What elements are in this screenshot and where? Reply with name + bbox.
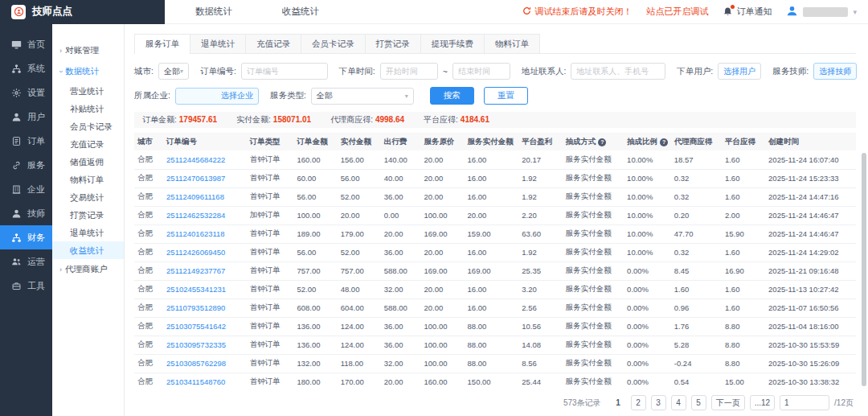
sidebar-item-system[interactable]: 系统 [0,56,52,80]
bell-icon[interactable] [723,6,733,17]
page-button-5[interactable]: 5 [691,395,706,410]
help-icon[interactable]: ? [660,138,668,146]
sidebar-item-home[interactable]: 首页 [0,32,52,56]
submenu-item[interactable]: 充值记录 [52,135,124,153]
vertical-scrollbar[interactable] [862,153,866,386]
user-menu[interactable]: ▾ [786,5,857,19]
page-button-3[interactable]: 3 [651,395,666,410]
order-number-link[interactable]: 25112409611168 [163,187,247,206]
reset-button[interactable]: 重置 [484,87,528,105]
table-cell: -0.24 [671,354,722,373]
chevron-right-icon: › [59,266,62,274]
select-arrow-icon: ▾ [405,93,408,100]
search-button[interactable]: 搜索 [430,87,474,105]
tab-6[interactable]: 物料订单 [484,34,540,53]
table-cell: 1.60 [722,299,765,317]
submenu-item[interactable]: 营业统计 [52,82,124,100]
sidebar-item-tools[interactable]: 工具 [0,274,52,298]
debug-status[interactable]: 站点已开启调试 [646,6,708,18]
avatar[interactable] [786,5,798,19]
submenu-item[interactable]: 交易统计 [52,188,124,206]
tab-3[interactable]: 会员卡记录 [301,34,365,53]
contact-input[interactable] [571,63,665,80]
submenu-item[interactable]: 补贴统计 [52,100,124,117]
table-cell: 0.00% [624,373,671,389]
service-type-select[interactable]: 全部▾ [311,88,414,105]
sidebar-item-technician[interactable]: 技师 [0,201,52,225]
order-number-link[interactable]: 25103075541642 [163,317,247,336]
enterprise-icon [10,184,22,195]
sidebar-item-orders[interactable]: 订单 [0,129,52,153]
table-row: 合肥25103075541642首钟订单136.00124.0036.00100… [134,317,856,336]
order-number-link[interactable]: 25103095732335 [163,336,247,354]
tab-1[interactable]: 退单统计 [190,34,245,53]
summary-paid-amount: 实付金额:158071.01 [236,114,311,126]
order-number-link[interactable]: 25112426069450 [163,243,247,262]
city-select[interactable]: 全部▾ [158,63,189,80]
page-numbers: 12345 [611,395,706,410]
table-cell: 2.20 [518,206,562,224]
submenu-item[interactable]: 打赏记录 [52,206,124,224]
page-button-4[interactable]: 4 [671,395,686,410]
table-cell: 服务实付金额 [562,169,624,187]
submenu-item[interactable]: 储值返佣 [52,153,124,171]
submenu-group-data-stats[interactable]: › 数据统计 [52,61,124,82]
table-cell: 2025-11-13 10:27:42 [765,280,856,299]
submenu-item[interactable]: 收益统计 [52,241,124,259]
submenu-group-reconciliation[interactable]: › 对账管理 [52,40,124,61]
table-cell: 36.00 [381,243,421,262]
start-time-input[interactable] [380,63,438,80]
order-number-link[interactable]: 25112401623118 [163,224,247,243]
last-page-button[interactable]: ...12 [750,395,775,410]
select-technician-button[interactable]: 选择技师 [813,63,857,80]
order-no-input[interactable] [241,63,328,80]
table-cell: 合肥 [134,280,163,299]
order-number-link[interactable]: 25110793512890 [163,299,247,317]
table-cell: 25.35 [518,262,562,280]
column-header: 订单编号 [163,133,247,150]
order-number-link[interactable]: 25103085762298 [163,354,247,373]
table-cell: 服务实付金额 [562,243,624,262]
tab-5[interactable]: 提现手续费 [420,34,485,53]
table-cell: 156.00 [338,150,381,169]
next-page-button[interactable]: 下一页 [711,395,745,410]
page-button-1[interactable]: 1 [611,395,626,410]
help-icon[interactable]: ? [598,138,606,146]
order-number-link[interactable]: 25112445684222 [163,150,247,169]
sidebar-item-finance[interactable]: 财务 [0,225,52,249]
submenu-item[interactable]: 物料订单 [52,171,124,188]
column-header: 平台应得 [722,133,765,150]
sidebar-item-operation[interactable]: 运营 [0,249,52,274]
table-cell: 100.00 [420,317,464,336]
submenu-item[interactable]: 会员卡记录 [52,117,124,135]
submenu-group-agent-account[interactable]: › 代理商账户 [52,259,124,280]
submenu-item[interactable]: 退单统计 [52,224,124,241]
sidebar-item-services[interactable]: 服务 [0,153,52,177]
table-cell: 36.00 [381,336,421,354]
order-notice[interactable]: 订单通知 [723,6,772,18]
page-jump-input[interactable] [780,395,829,410]
table-cell: 3.20 [518,280,562,299]
tab-4[interactable]: 打赏记录 [365,34,420,53]
select-enterprise-button[interactable]: 选择企业 [175,88,259,105]
order-number-link[interactable]: 25103411548760 [163,373,247,389]
sidebar-item-enterprise[interactable]: 企业 [0,177,52,201]
end-time-input[interactable] [452,63,510,80]
topnav-page-tab[interactable]: 收益统计 [282,6,319,18]
select-user-button[interactable]: 选择用户 [718,63,761,80]
table-cell: 52.00 [294,280,338,299]
order-number-link[interactable]: 25112462532284 [163,206,247,224]
table-cell: 60.00 [294,169,338,187]
order-number-link[interactable]: 25112149237767 [163,262,247,280]
topnav-data-stats[interactable]: 数据统计 [195,6,232,18]
sidebar-item-users[interactable]: 用户 [0,105,52,129]
table-cell: 100.00 [420,206,464,224]
refresh-icon[interactable] [522,6,531,17]
table-cell: 10.00% [624,224,671,243]
tab-0[interactable]: 服务订单 [134,34,190,54]
page-button-2[interactable]: 2 [631,395,646,410]
sidebar-item-settings[interactable]: 设置 [0,80,52,105]
tab-2[interactable]: 充值记录 [245,34,301,53]
order-number-link[interactable]: 25112470613987 [163,169,247,187]
order-number-link[interactable]: 25102455341231 [163,280,247,299]
